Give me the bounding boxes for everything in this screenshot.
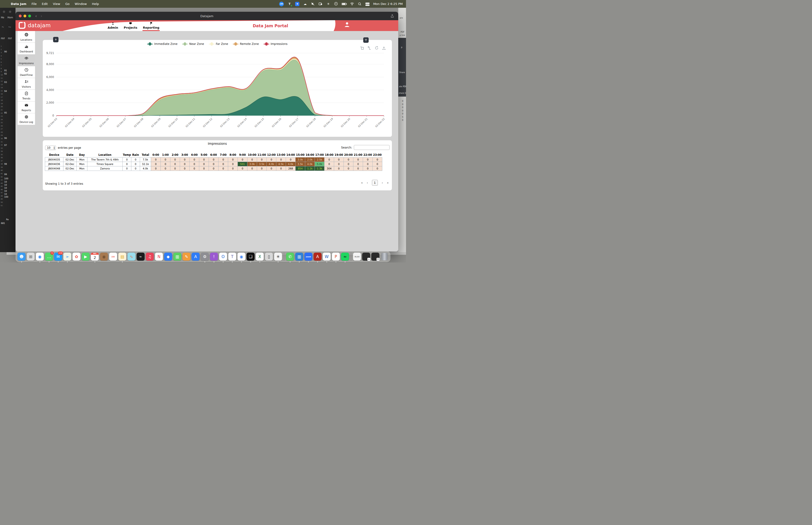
column-header-12-00[interactable]: 12:00 [267, 152, 276, 158]
control-center-icon[interactable] [365, 1, 370, 6]
dock-item-numbers[interactable]: ▥ [173, 252, 182, 261]
play-circle-icon[interactable] [334, 1, 338, 6]
column-header-total[interactable]: Total [140, 152, 151, 158]
sidebar-item-dwelltime[interactable]: DwellTime [18, 66, 35, 78]
column-header-date[interactable]: Date [63, 152, 77, 158]
column-header-15-00[interactable]: 15:00 [295, 152, 305, 158]
dock-item-chatgpt[interactable]: ✳ [274, 252, 282, 261]
dock-item-outlook[interactable]: O [219, 252, 227, 261]
column-header-6-00[interactable]: 6:00 [209, 152, 218, 158]
sidebar-item-trends[interactable]: Trends [18, 90, 35, 102]
user-account-icon[interactable] [344, 21, 350, 28]
dock-item-freeform[interactable]: ∿ [127, 252, 136, 261]
dock-item-safari[interactable]: ◉ [36, 252, 44, 261]
sidebar-item-reports[interactable]: Reports [18, 102, 35, 113]
menu-go[interactable]: Go [65, 2, 70, 6]
dock-item-whatsapp[interactable]: ✆ [286, 252, 294, 261]
column-header-location[interactable]: Location [88, 152, 123, 158]
battery-icon[interactable] [342, 2, 346, 6]
dock-item-facetime[interactable]: ▶ [81, 252, 90, 261]
legend-item-near-zone[interactable]: Near Zone [182, 42, 204, 46]
column-header-10-00[interactable]: 10:00 [247, 152, 257, 158]
dock-item-trash[interactable] [380, 252, 389, 261]
dock-item-keynote[interactable]: ◆ [164, 252, 172, 261]
pagination-last[interactable]: » [387, 181, 388, 184]
menu-view[interactable]: View [53, 2, 60, 6]
dock-item-alert-chat-app[interactable]: ! [210, 252, 218, 261]
column-header-13-00[interactable]: 13:00 [276, 152, 286, 158]
sidebar-item-dashboard[interactable]: Dashboard [18, 43, 35, 55]
dock-item-system-settings[interactable]: ⚙ [201, 252, 209, 261]
dock-item-messages[interactable]: …9 [45, 252, 53, 261]
dock-item-spotify[interactable]: ≈ [341, 252, 349, 261]
menu-file[interactable]: File [31, 2, 37, 6]
page-size-select[interactable]: 10 ▲▼ [45, 146, 56, 150]
legend-item-remote-zone[interactable]: Remote Zone [233, 42, 259, 46]
dock-item-chrome[interactable]: ◉ [237, 252, 246, 261]
column-header-day[interactable]: Day [77, 152, 88, 158]
column-header-9-00[interactable]: 9:00 [238, 152, 247, 158]
sidebar-item-visitors[interactable]: Visitors [18, 78, 35, 90]
chart-download-button[interactable] [53, 37, 59, 42]
tab-projects[interactable]: Projects [123, 21, 138, 30]
zoom-app-icon[interactable]: zm [279, 2, 284, 6]
menu-window[interactable]: Window [75, 2, 87, 6]
pagination-first[interactable]: « [361, 181, 363, 184]
menu-help[interactable]: Help [92, 2, 99, 6]
screen-share-icon[interactable] [318, 2, 323, 6]
dock-item-xlsx-document[interactable]: XLSX [353, 252, 361, 261]
dock-item-iphone-mirroring[interactable]: ▯ [265, 252, 273, 261]
column-header-20-00[interactable]: 20:00 [344, 152, 353, 158]
creative-cloud-icon[interactable]: ☁ [303, 2, 307, 6]
column-header-19-00[interactable]: 19:00 [334, 152, 344, 158]
dock-item-maps[interactable]: ➢ [63, 252, 72, 261]
legend-item-immediate-zone[interactable]: Immediate Zone [147, 42, 178, 46]
dock-item-minimized-window-chatgpt[interactable]: ✳ [362, 252, 370, 261]
dock-item-photos[interactable]: ✿ [72, 252, 81, 261]
column-header-5-00[interactable]: 5:00 [199, 152, 209, 158]
mute-icon[interactable] [311, 1, 315, 6]
window-titlebar[interactable]: ‹ › Datajam [16, 12, 398, 20]
tab-reporting[interactable]: Reporting [142, 21, 160, 30]
pagination-next[interactable]: › [382, 181, 383, 184]
column-header-8-00[interactable]: 8:00 [228, 152, 238, 158]
pagination-prev[interactable]: ‹ [367, 181, 368, 184]
tab-admin[interactable]: Admin [107, 21, 119, 30]
column-header-22-00[interactable]: 22:00 [363, 152, 373, 158]
sidebar-item-impressions[interactable]: Impressions [18, 55, 35, 66]
column-header-21-00[interactable]: 21:00 [353, 152, 363, 158]
menu-data-jam[interactable]: Data Jam [11, 2, 26, 6]
dock-item-music[interactable]: ♫ [146, 252, 154, 261]
datajam-logo[interactable]: datajam [18, 21, 51, 29]
column-header-11-00[interactable]: 11:00 [257, 152, 267, 158]
spotlight-icon[interactable] [357, 2, 362, 6]
column-header-18-00[interactable]: 18:00 [324, 152, 334, 158]
dock-item-teams[interactable]: T [228, 252, 236, 261]
column-header-16-00[interactable]: 16:00 [305, 152, 315, 158]
dock-item-notes[interactable]: ▤ [118, 252, 127, 261]
chart-filter-button[interactable] [363, 38, 369, 43]
column-header-14-00[interactable]: 14:00 [286, 152, 295, 158]
shortcuts-icon[interactable]: ❖ [295, 2, 299, 6]
dock-item-zoom[interactable]: zoom [304, 252, 313, 261]
legend-item-far-zone[interactable]: Far Zone [209, 42, 228, 46]
column-header-4-00[interactable]: 4:00 [189, 152, 199, 158]
dock-item-app-store[interactable]: A [191, 252, 200, 261]
dock-item-mail[interactable]: ✉216 [54, 252, 62, 261]
dock-item-trello[interactable]: ▥ [295, 252, 304, 261]
sidebar-item-device-log[interactable]: Device Log [18, 113, 35, 125]
column-header-2-00[interactable]: 2:00 [170, 152, 180, 158]
dock-item-calendar[interactable]: DEC2 [91, 252, 99, 261]
column-header-rain[interactable]: Rain [131, 152, 140, 158]
dock-item-minimized-window-outlook[interactable]: O [371, 252, 380, 261]
wifi-icon[interactable] [350, 2, 354, 6]
legend-item-impressions[interactable]: Impressions [264, 42, 288, 46]
dock-item-powerpoint[interactable]: P [332, 252, 340, 261]
dock-item-launchpad[interactable]: ⊞ [27, 252, 35, 261]
dock-item-pages[interactable]: ✎ [182, 252, 191, 261]
column-header-7-00[interactable]: 7:00 [218, 152, 228, 158]
dock-item-news[interactable]: N [155, 252, 163, 261]
column-header-17-00[interactable]: 17:00 [315, 152, 324, 158]
menu-edit[interactable]: Edit [42, 2, 48, 6]
share-icon[interactable] [390, 14, 395, 18]
